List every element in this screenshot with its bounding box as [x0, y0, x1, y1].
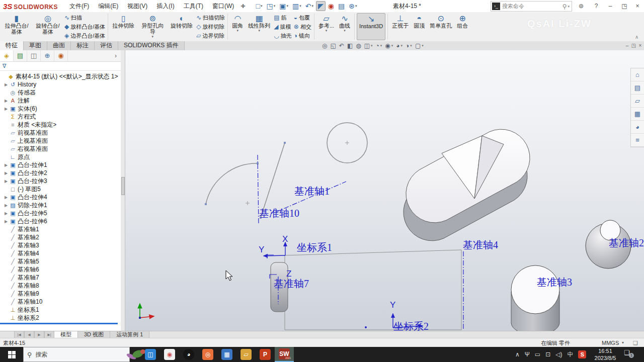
expand-arrow-icon[interactable]: ▶: [3, 195, 9, 200]
coordinate-system-1[interactable]: X Y Z 坐标系1: [259, 234, 332, 279]
undo-button[interactable]: ↶▾: [304, 2, 315, 11]
ribbon-dropdown-icon[interactable]: ▾: [326, 29, 328, 32]
tree-item-4[interactable]: ▶▣实体(6): [0, 105, 121, 113]
axis4-label[interactable]: 基准轴4: [463, 239, 498, 250]
tree-item-26[interactable]: ╱基准轴8: [0, 282, 121, 290]
status-tag-icon[interactable]: ❏: [633, 338, 638, 347]
qq-app-icon[interactable]: ◕: [179, 347, 198, 362]
tab-草图[interactable]: 草图: [24, 41, 47, 50]
last-tab-button[interactable]: ▶|: [44, 331, 54, 338]
ime-icon[interactable]: 中: [567, 350, 573, 359]
tree-item-14[interactable]: ◻(-) 草图5: [0, 185, 121, 193]
custom-properties-icon[interactable]: ≡: [631, 134, 644, 147]
tree-item-10[interactable]: ∟原点: [0, 153, 121, 161]
tree-item-18[interactable]: ▶▣凸台-拉伸6: [0, 217, 121, 225]
ribbon-button-边界切除[interactable]: ▱边界切除: [196, 31, 225, 40]
doc-tab-模型[interactable]: 模型: [54, 331, 78, 338]
ribbon-button-相交[interactable]: ⊗相交: [294, 22, 311, 31]
expand-arrow-icon[interactable]: ▶: [3, 163, 9, 167]
account-button[interactable]: ⊚: [575, 0, 588, 12]
expand-arrow-icon[interactable]: ▶: [3, 99, 9, 103]
display-icon[interactable]: ⊡: [545, 351, 550, 358]
mail-app-icon[interactable]: ◫: [141, 347, 160, 362]
tree-item-17[interactable]: ▶▣凸台-拉伸5: [0, 209, 121, 217]
capsule-model[interactable]: [404, 129, 530, 241]
prev-tab-button[interactable]: ◀: [24, 331, 34, 338]
menu-item-1[interactable]: 编辑(E): [94, 1, 123, 12]
previous-view-icon[interactable]: ↶: [339, 42, 344, 49]
ribbon-button-筋[interactable]: ▤筋: [274, 13, 291, 22]
tree-item-20[interactable]: ╱基准轴2: [0, 233, 121, 241]
tree-item-24[interactable]: ╱基准轴6: [0, 265, 121, 274]
expand-arrow-icon[interactable]: ▶: [3, 179, 9, 184]
sketch-line[interactable]: [261, 143, 285, 218]
tray-expand-icon[interactable]: ∧: [515, 351, 520, 358]
search-dropdown-icon[interactable]: ▾: [568, 5, 570, 9]
file-explorer-app-icon[interactable]: ▱: [236, 347, 256, 362]
axis3-label[interactable]: 基准轴3: [537, 277, 572, 288]
start-button[interactable]: [0, 347, 23, 362]
tree-item-25[interactable]: ╱基准轴7: [0, 274, 121, 282]
save-button[interactable]: ▣▾: [278, 2, 290, 11]
taskbar-clock[interactable]: 16:51 2023/8/5: [593, 347, 618, 361]
sketch-arc[interactable]: [206, 163, 258, 204]
sogou-icon[interactable]: S: [578, 350, 586, 358]
expand-arrow-icon[interactable]: ▶: [3, 171, 9, 175]
tree-filter-row[interactable]: ∇: [0, 62, 121, 71]
volume-icon[interactable]: ◁): [555, 351, 562, 358]
panel-splitter[interactable]: [121, 50, 125, 331]
taskbar-search-box[interactable]: ⚲ 搜索: [23, 347, 130, 362]
ribbon-button-放样凸台/基体[interactable]: ◆放样凸台/基体: [64, 22, 105, 31]
file-explorer-icon[interactable]: ▱: [631, 95, 644, 108]
file-properties-button[interactable]: ▤: [337, 2, 346, 11]
ribbon-button-抽壳[interactable]: ◡抽壳: [274, 31, 291, 40]
expand-arrow-icon[interactable]: ▶: [3, 203, 9, 208]
ribbon-button-正视于[interactable]: ⊥正视于: [390, 13, 411, 40]
notification-center-icon[interactable]: ❏ 1: [624, 349, 630, 356]
tree-item-27[interactable]: ╱基准轴9: [0, 290, 121, 298]
propertymanager-tab[interactable]: ▤: [14, 50, 27, 61]
tree-item-16[interactable]: ▶▨切除-拉伸1: [0, 201, 121, 209]
zoom-area-icon[interactable]: ◱: [330, 42, 336, 49]
rebuild-button[interactable]: ◉: [327, 2, 336, 11]
tree-item-6[interactable]: ≡材质 <未指定>: [0, 121, 121, 129]
edit-appearance-icon[interactable]: ◕▾: [396, 42, 403, 49]
display-style-icon-dropdown[interactable]: ▾: [380, 44, 382, 48]
command-search-box[interactable]: ›_ 搜索命令 ⚲ ▾: [491, 1, 572, 12]
search-icon[interactable]: ⚲: [562, 3, 567, 10]
doc-tab-运动算例 1[interactable]: 运动算例 1: [110, 331, 149, 338]
solidworks-app-icon[interactable]: SW2021: [275, 347, 294, 362]
tree-item-3[interactable]: ▶A注解: [0, 97, 121, 105]
edit-appearance-icon-dropdown[interactable]: ▾: [401, 44, 403, 48]
options-button-dropdown-icon[interactable]: ▾: [355, 4, 357, 8]
ribbon-button-放样切除[interactable]: ◇放样切除: [196, 22, 225, 31]
hide-show-items-icon[interactable]: ◉▾: [385, 42, 393, 49]
open-document-button[interactable]: ◳▾: [265, 2, 277, 11]
tree-item-19[interactable]: ╱基准轴1: [0, 225, 121, 233]
open-document-button-dropdown-icon[interactable]: ▾: [274, 4, 276, 8]
new-document-button-dropdown-icon[interactable]: ▾: [261, 4, 263, 8]
datum-axis-10[interactable]: [258, 155, 259, 224]
axis1-label[interactable]: 基准轴1: [294, 186, 330, 197]
ribbon-dropdown-icon[interactable]: ▾: [237, 29, 239, 32]
ribbon-button-简单直孔[interactable]: ⊙简单直孔: [428, 13, 454, 40]
appearances-scenes-icon[interactable]: ◕: [631, 121, 644, 134]
tab-曲面[interactable]: 曲面: [47, 41, 71, 50]
view-orientation-icon[interactable]: ◫▾: [364, 42, 373, 49]
print-button-dropdown-icon[interactable]: ▾: [299, 4, 301, 8]
design-library-icon[interactable]: ▤: [631, 81, 644, 95]
undo-button-dropdown-icon[interactable]: ▾: [312, 4, 314, 8]
tree-item-2[interactable]: ◎传感器: [0, 88, 121, 97]
tab-评估[interactable]: 评估: [95, 41, 118, 50]
axis7-label[interactable]: 基准轴7: [274, 278, 309, 289]
ribbon-button-拉伸切除[interactable]: ▯拉伸切除: [110, 13, 136, 40]
ribbon-button-异型孔向导[interactable]: ⊚异型孔向导▾: [137, 13, 168, 40]
ribbon-button-包覆[interactable]: ◒包覆: [294, 13, 311, 22]
tab-SOLIDWORKS 插件[interactable]: SOLIDWORKS 插件: [118, 41, 185, 50]
cylinder-top-face[interactable]: [511, 265, 559, 314]
select-cursor-button[interactable]: ◤: [316, 1, 326, 11]
ribbon-button-边界凸台/基体[interactable]: ◈边界凸台/基体: [64, 31, 105, 40]
ribbon-button-参考...[interactable]: ▱参考...▾: [316, 13, 336, 40]
tree-item-22[interactable]: ╱基准轴4: [0, 249, 121, 257]
ribbon-button-曲线[interactable]: ∿曲线▾: [337, 13, 352, 40]
